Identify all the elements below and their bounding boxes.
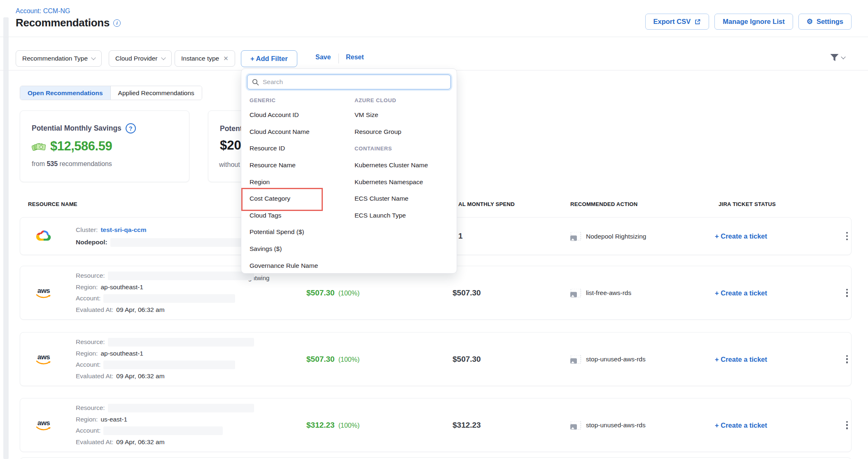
filter-option-resource-id[interactable]: Resource ID [250,140,350,157]
section-heading-generic: GENERIC [250,94,350,107]
info-icon[interactable]: i [113,19,121,27]
create-ticket-button[interactable]: + Create a ticket [715,289,767,297]
money-icon [32,141,47,152]
manage-ignore-list-button[interactable]: Manage Ignore List [714,14,793,30]
add-filter-dropdown: GENERIC Cloud Account ID Cloud Account N… [241,68,457,274]
redacted-value [103,361,235,369]
region-value: ap-southeast-1 [100,283,143,291]
search-icon [252,79,259,86]
potential-monthly-savings-card: Potential Monthly Savings ? $12,586.59 f… [20,110,189,182]
filter-option-cloud-account-name[interactable]: Cloud Account Name [250,124,350,141]
gcp-icon [35,230,52,243]
aws-icon: aws [36,419,51,431]
filter-option-cost-category[interactable]: Cost Category [250,190,350,207]
monthly-savings-value: $507.30(100%) [306,355,359,364]
redacted-value [108,272,254,280]
col-header-jira-ticket-status: JIRA TICKET STATUS [719,201,776,207]
chip-label: Instance type [181,55,219,62]
spend-subtitle-partial: without [219,161,242,169]
redacted-value [108,404,254,412]
recommendation-row[interactable] [20,457,852,459]
action-image-icon [571,355,581,363]
col-header-recommended-action: RECOMMENDED ACTION [570,201,638,207]
chip-label: Cloud Provider [115,55,158,62]
manage-ignore-list-label: Manage Ignore List [723,18,784,26]
tab-open-recommendations[interactable]: Open Recommendations [20,86,110,100]
kebab-menu[interactable] [844,352,850,365]
filter-option-ecs-cluster-name[interactable]: ECS Cluster Name [355,190,451,207]
action-image-icon [571,288,581,297]
region-value: ap-southeast-1 [100,350,143,357]
filter-option-governance-rule-name[interactable]: Governance Rule Name [250,257,350,274]
create-ticket-button[interactable]: + Create a ticket [715,232,767,240]
filter-option-region[interactable]: Region [250,173,350,190]
filter-option-kubernetes-cluster-name[interactable]: Kubernetes Cluster Name [355,157,451,174]
action-image-icon [571,421,581,429]
chevron-down-icon [91,55,96,60]
redacted-value [108,338,254,347]
filter-option-savings[interactable]: Savings ($) [250,241,350,258]
spend-value-partial: 1 [458,232,463,241]
evaluated-at-value: 09 Apr, 06:32 am [116,438,164,446]
cluster-link[interactable]: test-sri-qa-ccm [100,226,146,234]
kebab-menu[interactable] [844,286,850,299]
recommended-action-label: list-free-aws-rds [586,289,631,297]
evaluated-at-value: 09 Apr, 06:32 am [116,372,164,380]
kebab-menu[interactable] [844,418,850,431]
card-title-partial: Potent [220,124,242,133]
filter-option-vm-size[interactable]: VM Size [355,107,451,124]
monthly-spend-value: $507.30 [453,355,481,364]
recommended-action-label: stop-unused-aws-rds [586,356,646,363]
breadcrumb[interactable]: Account: CCM-NG [16,7,70,15]
filter-chip-recommendation-type[interactable]: Recommendation Type [16,50,102,67]
redacted-value [110,238,263,247]
create-ticket-button[interactable]: + Create a ticket [715,421,767,429]
evaluated-at-value: 09 Apr, 06:32 am [116,306,164,314]
page-title: Recommendations [16,16,110,29]
filter-chip-instance-type[interactable]: Instance type ✕ [175,50,235,67]
funnel-icon [830,54,839,62]
monthly-spend-value: $312.23 [453,421,481,430]
redacted-value [103,426,223,435]
filter-option-cloud-tags[interactable]: Cloud Tags [250,207,350,224]
aws-icon: aws [36,354,51,365]
reset-filter-button[interactable]: Reset [346,54,364,61]
savings-subtitle: from 535 recommendations [32,160,112,168]
dropdown-search[interactable] [247,75,451,89]
help-icon[interactable]: ? [126,123,136,133]
page-edge-strip [3,17,9,459]
recommendation-row[interactable]: aws Resource: Region:us-east-1 Account: … [20,398,852,452]
filter-option-resource-group[interactable]: Resource Group [355,124,451,141]
divider [338,54,339,63]
tab-applied-recommendations[interactable]: Applied Recommendations [110,86,202,100]
save-filter-button[interactable]: Save [315,54,331,61]
kebab-menu[interactable] [844,230,850,243]
redacted-value [103,294,235,303]
header-divider [0,37,868,37]
create-ticket-button[interactable]: + Create a ticket [715,355,767,363]
settings-button[interactable]: ⚙ Settings [798,14,852,30]
add-filter-button[interactable]: + Add Filter [241,50,297,67]
chip-label: Recommendation Type [22,55,88,62]
recommendations-page: Account: CCM-NG Recommendations i Export… [0,0,868,459]
filter-option-cloud-account-id[interactable]: Cloud Account ID [250,107,350,124]
filter-menu-button[interactable] [830,54,845,62]
close-icon[interactable]: ✕ [223,55,229,62]
filter-option-resource-name[interactable]: Resource Name [250,157,350,174]
monthly-spend-value: $507.30 [453,288,481,297]
filter-chip-cloud-provider[interactable]: Cloud Provider [109,50,172,67]
filter-option-ecs-launch-type[interactable]: ECS Launch Type [355,207,451,224]
recommendation-row[interactable]: aws lightwing Resource: Region:ap-southe… [20,266,852,320]
recommended-action-label: Nodepool Rightsizing [586,232,646,240]
recommendation-row[interactable]: aws Resource: Region:ap-southeast-1 Acco… [20,332,852,386]
chevron-down-icon [841,54,845,59]
region-value: us-east-1 [100,416,127,423]
gear-icon: ⚙ [807,18,813,25]
filter-option-potential-spend[interactable]: Potential Spend ($) [250,224,350,241]
nodepool-label: Nodepool: [76,239,107,246]
filter-option-kubernetes-namespace[interactable]: Kubernetes Namespace [355,173,451,190]
search-input[interactable] [263,78,446,86]
export-csv-button[interactable]: Export CSV [645,14,709,30]
col-header-resource-name: RESOURCE NAME [28,201,77,207]
recommendations-tabs: Open Recommendations Applied Recommendat… [20,86,202,100]
